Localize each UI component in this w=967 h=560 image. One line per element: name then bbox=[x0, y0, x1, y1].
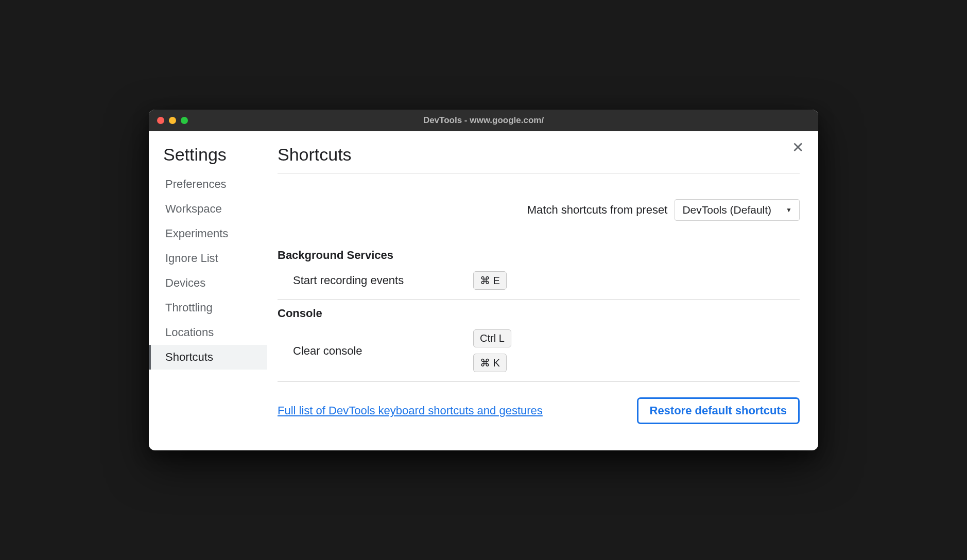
shortcut-row: Clear console Ctrl L ⌘ K bbox=[278, 327, 800, 374]
close-icon[interactable]: ✕ bbox=[792, 141, 804, 155]
shortcut-keys: Ctrl L ⌘ K bbox=[473, 329, 511, 372]
preset-row: Match shortcuts from preset DevTools (De… bbox=[278, 173, 800, 241]
keybinding: Ctrl L bbox=[473, 329, 511, 347]
shortcut-label: Clear console bbox=[293, 344, 473, 358]
window-title: DevTools - www.google.com/ bbox=[149, 115, 818, 126]
shortcut-keys: ⌘ E bbox=[473, 271, 507, 290]
keybinding: ⌘ E bbox=[473, 271, 507, 290]
shortcut-label: Start recording events bbox=[293, 274, 473, 287]
keybinding: ⌘ K bbox=[473, 354, 507, 372]
sidebar-item-workspace[interactable]: Workspace bbox=[149, 197, 267, 221]
preset-select[interactable]: DevTools (Default) ▼ bbox=[675, 199, 800, 221]
section-title: Background Services bbox=[278, 249, 800, 262]
sidebar-item-experiments[interactable]: Experiments bbox=[149, 221, 267, 246]
section-title: Console bbox=[278, 307, 800, 320]
sidebar-item-ignore-list[interactable]: Ignore List bbox=[149, 246, 267, 271]
sidebar-item-shortcuts[interactable]: Shortcuts bbox=[149, 345, 267, 370]
full-shortcuts-link[interactable]: Full list of DevTools keyboard shortcuts… bbox=[278, 404, 543, 417]
sidebar-title: Settings bbox=[149, 145, 267, 172]
chevron-down-icon: ▼ bbox=[786, 206, 792, 214]
preset-value: DevTools (Default) bbox=[682, 204, 771, 216]
shortcut-row: Start recording events ⌘ E bbox=[278, 269, 800, 292]
close-window-icon[interactable] bbox=[157, 117, 164, 124]
sidebar-item-preferences[interactable]: Preferences bbox=[149, 172, 267, 197]
minimize-window-icon[interactable] bbox=[169, 117, 176, 124]
traffic-lights bbox=[157, 117, 188, 124]
sidebar-item-throttling[interactable]: Throttling bbox=[149, 295, 267, 320]
footer-row: Full list of DevTools keyboard shortcuts… bbox=[278, 397, 800, 424]
settings-sidebar: Settings Preferences Workspace Experimen… bbox=[149, 131, 267, 450]
preset-label: Match shortcuts from preset bbox=[527, 203, 668, 217]
restore-defaults-button[interactable]: Restore default shortcuts bbox=[637, 397, 800, 424]
devtools-settings-window: DevTools - www.google.com/ ✕ Settings Pr… bbox=[149, 110, 818, 450]
window-titlebar: DevTools - www.google.com/ bbox=[149, 110, 818, 131]
settings-content: ✕ Settings Preferences Workspace Experim… bbox=[149, 131, 818, 450]
sidebar-item-locations[interactable]: Locations bbox=[149, 320, 267, 345]
settings-main: Shortcuts Match shortcuts from preset De… bbox=[267, 131, 818, 450]
section-console: Console Clear console Ctrl L ⌘ K bbox=[278, 300, 800, 382]
sidebar-item-devices[interactable]: Devices bbox=[149, 271, 267, 295]
section-background-services: Background Services Start recording even… bbox=[278, 241, 800, 300]
page-title: Shortcuts bbox=[278, 145, 800, 173]
maximize-window-icon[interactable] bbox=[181, 117, 188, 124]
